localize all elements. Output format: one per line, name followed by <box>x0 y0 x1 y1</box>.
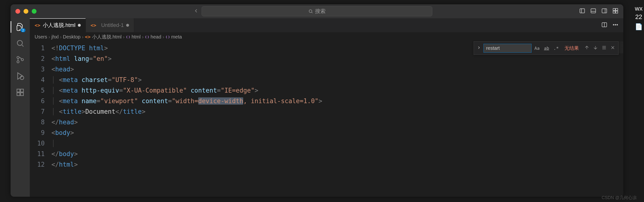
svg-rect-7 <box>613 9 615 11</box>
titlebar-actions <box>579 8 618 15</box>
editor-actions <box>601 18 623 32</box>
find-next-icon[interactable] <box>592 44 599 52</box>
chevron-right-icon: › <box>48 34 50 40</box>
symbol-icon <box>126 34 130 40</box>
symbol-icon <box>145 34 149 40</box>
chevron-right-icon: › <box>123 34 125 40</box>
svg-rect-3 <box>591 9 596 13</box>
tab-sublabel: Untitled-1 <box>101 22 124 28</box>
svg-rect-5 <box>602 9 607 13</box>
svg-rect-17 <box>17 93 20 96</box>
svg-point-23 <box>615 24 616 25</box>
tab-bar: <>小人逃脱.html<>Untitled-1 <box>30 18 623 32</box>
find-widget: Aa ab .* 无结果 <box>474 41 618 55</box>
breadcrumb-symbol[interactable]: head <box>151 34 162 40</box>
minimize-button[interactable] <box>24 9 28 14</box>
tab[interactable]: <>Untitled-1 <box>86 18 134 32</box>
tab-label: 小人逃脱.html <box>43 22 76 29</box>
find-prev-icon[interactable] <box>583 44 590 52</box>
svg-rect-16 <box>17 89 20 92</box>
line-gutter: 123456789101112 <box>30 41 52 197</box>
source-control-icon[interactable] <box>16 55 25 64</box>
side-file-icon: 📄 <box>635 23 642 31</box>
breadcrumb-file[interactable]: 小人逃脱.html <box>92 34 122 40</box>
find-selection-icon[interactable] <box>600 44 608 52</box>
close-button[interactable] <box>16 9 20 14</box>
svg-point-22 <box>613 24 614 25</box>
search-activity-icon[interactable] <box>16 39 25 48</box>
chevron-right-icon: › <box>82 34 84 40</box>
traffic-lights <box>16 9 36 14</box>
panel-toggle-bottom-icon[interactable] <box>590 8 596 15</box>
svg-point-12 <box>17 57 19 59</box>
external-side-strip: wx 22 📄 <box>634 5 643 202</box>
activity-bar: 2 <box>10 18 30 197</box>
find-input[interactable] <box>484 44 532 53</box>
breadcrumb-symbol[interactable]: meta <box>171 34 182 40</box>
symbol-icon <box>166 34 170 40</box>
panel-toggle-left-icon[interactable] <box>579 8 585 15</box>
chevron-right-icon: › <box>163 34 164 40</box>
panel-toggle-right-icon[interactable] <box>601 8 608 15</box>
svg-rect-18 <box>21 93 24 96</box>
html-file-icon: <> <box>90 22 96 28</box>
editor-window: 搜索 2 <box>10 4 623 197</box>
layout-customize-icon[interactable] <box>612 8 618 15</box>
code-editor[interactable]: 123456789101112 <!DOCTYPE html><html lan… <box>30 41 623 197</box>
tab[interactable]: <>小人逃脱.html <box>30 18 86 32</box>
search-icon <box>308 9 313 14</box>
command-center[interactable]: 搜索 <box>202 6 432 16</box>
find-close-icon[interactable] <box>609 44 616 52</box>
chevron-right-icon: › <box>60 34 62 40</box>
dirty-indicator-icon <box>78 24 81 27</box>
more-actions-icon[interactable] <box>612 22 618 29</box>
code-content[interactable]: <!DOCTYPE html><html lang="en"><head>│ <… <box>52 41 623 197</box>
svg-point-24 <box>616 24 618 25</box>
split-editor-icon[interactable] <box>601 22 608 29</box>
svg-point-13 <box>17 61 19 63</box>
svg-rect-9 <box>613 11 615 13</box>
svg-point-11 <box>17 40 22 46</box>
side-text-1: 22 <box>635 13 642 21</box>
nav-back-icon[interactable] <box>193 8 199 15</box>
match-case-toggle[interactable]: Aa <box>533 45 541 52</box>
regex-toggle[interactable]: .* <box>552 45 560 52</box>
breadcrumb-symbol[interactable]: html <box>132 34 140 40</box>
svg-point-0 <box>309 10 312 13</box>
maximize-button[interactable] <box>32 9 36 14</box>
svg-rect-8 <box>616 9 618 11</box>
whole-word-toggle[interactable]: ab <box>542 45 551 52</box>
explorer-badge: 2 <box>21 28 26 32</box>
dirty-indicator-icon <box>126 24 129 27</box>
breadcrumb-segment[interactable]: Users <box>34 34 47 40</box>
breadcrumbs[interactable]: Users › jhxl › Desktop › <> 小人逃脱.html › … <box>30 32 623 41</box>
breadcrumb-segment[interactable]: jhxl <box>52 34 59 40</box>
watermark: CSDN @几何心凉 <box>602 195 637 200</box>
titlebar: 搜索 <box>10 4 623 18</box>
explorer-icon[interactable]: 2 <box>16 22 25 32</box>
svg-rect-1 <box>580 9 585 13</box>
html-file-icon: <> <box>34 22 40 28</box>
svg-rect-10 <box>616 11 618 13</box>
html-file-icon: <> <box>85 34 90 40</box>
side-text-0: wx <box>635 5 642 12</box>
search-placeholder: 搜索 <box>315 8 326 15</box>
main-area: <>小人逃脱.html<>Untitled-1 Users › jhxl › D… <box>30 18 623 197</box>
run-debug-icon[interactable] <box>16 71 25 81</box>
chevron-right-icon: › <box>142 34 144 40</box>
find-toggle-replace-icon[interactable] <box>476 44 482 52</box>
svg-rect-19 <box>21 89 24 92</box>
extensions-icon[interactable] <box>16 88 25 97</box>
find-result-text: 无结果 <box>564 45 579 52</box>
breadcrumb-segment[interactable]: Desktop <box>63 34 80 40</box>
